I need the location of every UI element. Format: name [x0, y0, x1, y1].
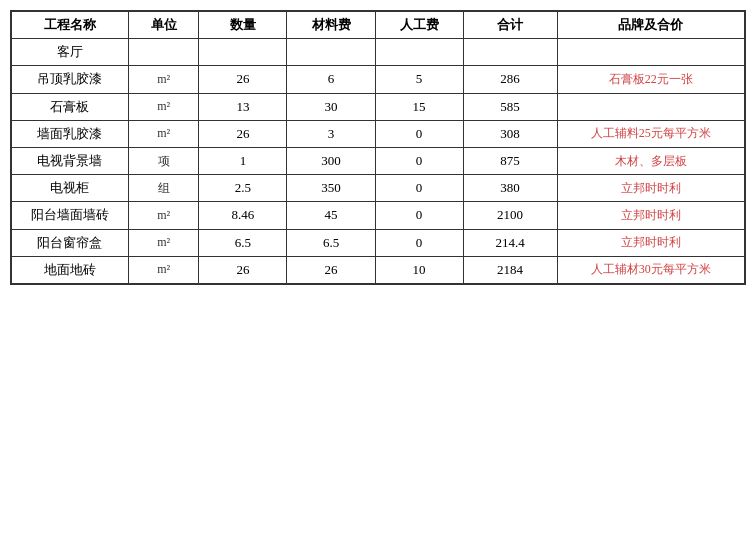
cell-name: 电视背景墙 — [11, 147, 128, 174]
cell-labor: 5 — [375, 66, 463, 93]
cell-brand: 人工辅材30元每平方米 — [557, 256, 745, 284]
cell-labor: 10 — [375, 256, 463, 284]
cell-brand: 石膏板22元一张 — [557, 66, 745, 93]
cell-name: 阳台窗帘盒 — [11, 229, 128, 256]
cell-labor: 0 — [375, 120, 463, 147]
section-total — [463, 39, 557, 66]
cell-total: 2100 — [463, 202, 557, 229]
cell-unit: 项 — [128, 147, 198, 174]
cell-name: 吊顶乳胶漆 — [11, 66, 128, 93]
cost-table: 工程名称 单位 数量 材料费 人工费 合计 品牌及合价 客厅 吊顶乳胶漆m²26… — [10, 10, 746, 285]
cell-name: 石膏板 — [11, 93, 128, 120]
section-label: 客厅 — [11, 39, 128, 66]
cell-qty: 26 — [199, 120, 287, 147]
cell-total: 585 — [463, 93, 557, 120]
cell-total: 214.4 — [463, 229, 557, 256]
cell-name: 地面地砖 — [11, 256, 128, 284]
section-qty — [199, 39, 287, 66]
cell-brand: 立邦时时利 — [557, 229, 745, 256]
header-row: 工程名称 单位 数量 材料费 人工费 合计 品牌及合价 — [11, 11, 745, 39]
cell-labor: 0 — [375, 175, 463, 202]
table-row: 阳台窗帘盒m²6.56.50214.4立邦时时利 — [11, 229, 745, 256]
cell-unit: m² — [128, 66, 198, 93]
cell-labor: 15 — [375, 93, 463, 120]
cell-unit: m² — [128, 202, 198, 229]
section-row: 客厅 — [11, 39, 745, 66]
cell-qty: 1 — [199, 147, 287, 174]
cell-labor: 0 — [375, 147, 463, 174]
cell-brand: 木材、多层板 — [557, 147, 745, 174]
cell-mat: 45 — [287, 202, 375, 229]
cell-name: 阳台墙面墙砖 — [11, 202, 128, 229]
header-name: 工程名称 — [11, 11, 128, 39]
header-brand: 品牌及合价 — [557, 11, 745, 39]
section-brand — [557, 39, 745, 66]
header-labor: 人工费 — [375, 11, 463, 39]
cell-name: 电视柜 — [11, 175, 128, 202]
cell-qty: 26 — [199, 66, 287, 93]
cell-mat: 6 — [287, 66, 375, 93]
table-row: 墙面乳胶漆m²2630308人工辅料25元每平方米 — [11, 120, 745, 147]
cell-total: 308 — [463, 120, 557, 147]
cell-brand: 立邦时时利 — [557, 202, 745, 229]
table-row: 电视背景墙项13000875木材、多层板 — [11, 147, 745, 174]
table-wrapper: 工程名称 单位 数量 材料费 人工费 合计 品牌及合价 客厅 吊顶乳胶漆m²26… — [10, 10, 746, 285]
cell-brand: 立邦时时利 — [557, 175, 745, 202]
header-mat: 材料费 — [287, 11, 375, 39]
header-unit: 单位 — [128, 11, 198, 39]
cell-name: 墙面乳胶漆 — [11, 120, 128, 147]
section-mat — [287, 39, 375, 66]
table-row: 电视柜组2.53500380立邦时时利 — [11, 175, 745, 202]
table-row: 阳台墙面墙砖m²8.464502100立邦时时利 — [11, 202, 745, 229]
cell-brand — [557, 93, 745, 120]
cell-qty: 6.5 — [199, 229, 287, 256]
cell-unit: m² — [128, 229, 198, 256]
header-qty: 数量 — [199, 11, 287, 39]
cell-qty: 8.46 — [199, 202, 287, 229]
cell-total: 875 — [463, 147, 557, 174]
cell-unit: 组 — [128, 175, 198, 202]
cell-brand: 人工辅料25元每平方米 — [557, 120, 745, 147]
cell-unit: m² — [128, 256, 198, 284]
cell-unit: m² — [128, 120, 198, 147]
cell-qty: 2.5 — [199, 175, 287, 202]
cell-total: 380 — [463, 175, 557, 202]
cell-total: 2184 — [463, 256, 557, 284]
cell-unit: m² — [128, 93, 198, 120]
cell-total: 286 — [463, 66, 557, 93]
cell-mat: 30 — [287, 93, 375, 120]
cell-labor: 0 — [375, 229, 463, 256]
table-row: 吊顶乳胶漆m²2665286石膏板22元一张 — [11, 66, 745, 93]
cell-mat: 350 — [287, 175, 375, 202]
cell-mat: 6.5 — [287, 229, 375, 256]
cell-mat: 3 — [287, 120, 375, 147]
cell-qty: 13 — [199, 93, 287, 120]
cell-mat: 26 — [287, 256, 375, 284]
cell-qty: 26 — [199, 256, 287, 284]
cell-labor: 0 — [375, 202, 463, 229]
header-total: 合计 — [463, 11, 557, 39]
section-unit — [128, 39, 198, 66]
table-row: 石膏板m²133015585 — [11, 93, 745, 120]
table-row: 地面地砖m²2626102184人工辅材30元每平方米 — [11, 256, 745, 284]
cell-mat: 300 — [287, 147, 375, 174]
section-labor — [375, 39, 463, 66]
